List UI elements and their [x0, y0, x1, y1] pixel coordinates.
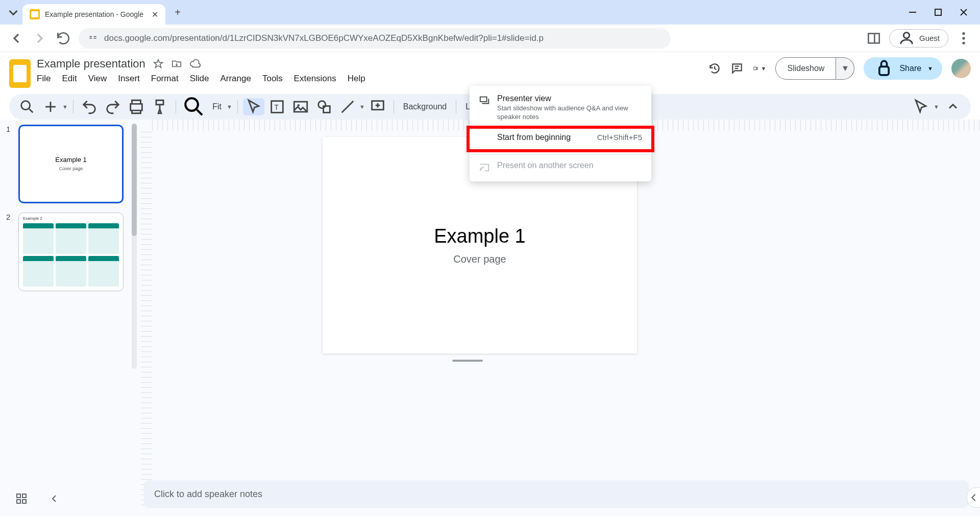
menu-file[interactable]: File: [37, 74, 51, 84]
grid-view-button[interactable]: [15, 492, 28, 505]
side-panel-toggle[interactable]: [967, 487, 980, 508]
menu-view[interactable]: View: [88, 74, 107, 84]
svg-rect-28: [22, 494, 26, 498]
svg-point-21: [318, 101, 326, 108]
share-label: Share: [899, 64, 921, 73]
speaker-notes[interactable]: Click to add speaker notes: [144, 480, 969, 508]
forward-button[interactable]: [32, 30, 48, 46]
redo-button[interactable]: [102, 98, 124, 115]
hide-menus-button[interactable]: [942, 98, 964, 115]
slideshow-dropdown-button[interactable]: ▼: [836, 57, 854, 80]
svg-line-23: [342, 101, 354, 113]
chrome-menu-button[interactable]: [955, 30, 972, 46]
back-button[interactable]: [8, 30, 24, 46]
menu-tools[interactable]: Tools: [262, 74, 283, 84]
menu-extensions[interactable]: Extensions: [294, 74, 336, 84]
svg-rect-10: [879, 66, 889, 75]
slides-favicon: [30, 9, 40, 19]
new-tab-button[interactable]: +: [168, 3, 187, 21]
paint-format-button[interactable]: [149, 98, 170, 115]
bottom-left-controls: [15, 492, 60, 505]
textbox-button[interactable]: T: [266, 98, 288, 115]
cloud-status-icon[interactable]: [189, 58, 201, 69]
star-icon[interactable]: [153, 58, 164, 69]
search-menus-icon[interactable]: [16, 98, 38, 115]
slide-thumbnail-2[interactable]: Example 2: [18, 213, 124, 291]
svg-text:T: T: [274, 103, 279, 111]
tab-close-icon[interactable]: ✕: [152, 10, 158, 19]
undo-button[interactable]: [79, 98, 100, 115]
zoom-value: Fit: [208, 102, 226, 111]
line-dropdown[interactable]: ▼: [359, 104, 365, 110]
menu-edit[interactable]: Edit: [62, 74, 77, 84]
guest-label: Guest: [919, 34, 940, 42]
share-button[interactable]: Share ▼: [864, 57, 942, 80]
zoom-control[interactable]: Fit ▼: [181, 94, 232, 119]
image-button[interactable]: [290, 98, 311, 115]
new-slide-dropdown[interactable]: ▼: [62, 104, 68, 110]
svg-line-12: [29, 109, 33, 112]
comment-button[interactable]: [367, 98, 388, 115]
guest-profile-chip[interactable]: Guest: [889, 29, 948, 48]
svg-point-4: [903, 32, 909, 38]
document-title[interactable]: Example presentation: [37, 57, 145, 71]
menu-slide[interactable]: Slide: [190, 74, 209, 84]
notes-placeholder: Click to add speaker notes: [154, 489, 262, 500]
tab-search-button[interactable]: [4, 3, 22, 21]
browser-tab-strip: Example presentation - Google ✕ +: [0, 0, 980, 25]
menu-format[interactable]: Format: [151, 74, 179, 84]
menu-presenter-view[interactable]: Presenter view Start slideshow with audi…: [470, 90, 651, 126]
menu-arrange[interactable]: Arrange: [220, 74, 251, 84]
svg-point-11: [21, 101, 30, 110]
ruler-vertical: [141, 132, 152, 506]
browser-tab[interactable]: Example presentation - Google ✕: [22, 4, 165, 25]
cast-icon: [479, 162, 490, 173]
shortcut-text: Ctrl+Shift+F5: [597, 133, 642, 142]
url-field[interactable]: docs.google.com/presentation/d/1LzrCIDSN…: [79, 28, 671, 49]
slide-title[interactable]: Example 1: [434, 225, 526, 247]
slide-subtitle[interactable]: Cover page: [453, 253, 506, 265]
address-bar: docs.google.com/presentation/d/1LzrCIDSN…: [0, 25, 980, 52]
shape-button[interactable]: [313, 98, 335, 115]
account-avatar[interactable]: [951, 59, 971, 78]
reload-button[interactable]: [55, 30, 71, 46]
close-window-button[interactable]: [958, 6, 970, 18]
select-tool-button[interactable]: [243, 98, 264, 115]
history-icon[interactable]: [708, 62, 721, 75]
maximize-button[interactable]: [932, 6, 944, 18]
slideshow-button[interactable]: Slideshow: [775, 57, 836, 80]
svg-point-15: [185, 99, 198, 111]
svg-point-6: [962, 37, 965, 39]
menu-insert[interactable]: Insert: [118, 74, 140, 84]
svg-rect-30: [22, 500, 26, 503]
print-button[interactable]: [126, 98, 147, 115]
thumb-number: 2: [6, 213, 13, 291]
slideshow-button-group: Slideshow ▼: [775, 57, 854, 80]
slides-logo-icon[interactable]: [9, 59, 31, 88]
splitter-handle[interactable]: [452, 360, 483, 362]
minimize-button[interactable]: [906, 6, 919, 18]
explore-button[interactable]: [48, 492, 60, 505]
svg-point-7: [962, 41, 965, 44]
svg-rect-29: [17, 500, 20, 503]
thumb-number: 1: [6, 125, 13, 203]
slide-thumbnail-1[interactable]: Example 1 Cover page: [18, 125, 124, 203]
side-panel-icon[interactable]: [866, 30, 882, 46]
line-button[interactable]: [337, 98, 358, 115]
url-text: docs.google.com/presentation/d/1LzrCIDSN…: [104, 33, 544, 43]
meet-button[interactable]: ▼: [753, 62, 766, 75]
filmstrip: 1 Example 1 Cover page 2 Example 2: [0, 120, 134, 516]
move-icon[interactable]: [171, 58, 182, 69]
highlight-box: Start from beginning Ctrl+Shift+F5: [467, 126, 654, 152]
background-button[interactable]: Background: [399, 102, 451, 111]
svg-rect-27: [17, 494, 20, 498]
svg-rect-1: [935, 9, 941, 15]
pointer-dropdown-icon[interactable]: [910, 98, 932, 115]
new-slide-button[interactable]: [40, 98, 61, 115]
comments-icon[interactable]: [730, 62, 744, 75]
svg-line-16: [197, 110, 202, 115]
menu-help[interactable]: Help: [348, 74, 365, 84]
site-info-icon[interactable]: [88, 33, 98, 43]
menu-start-from-beginning[interactable]: Start from beginning Ctrl+Shift+F5: [470, 129, 651, 149]
presenter-icon: [479, 95, 490, 106]
